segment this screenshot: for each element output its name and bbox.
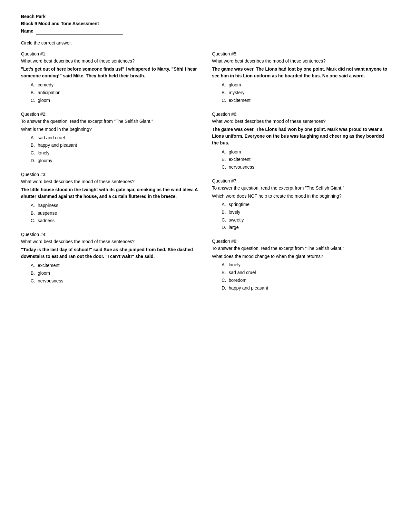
option-text: lonely bbox=[38, 150, 50, 155]
name-underline[interactable] bbox=[36, 34, 123, 34]
option-item[interactable]: B.sad and cruel bbox=[222, 269, 390, 277]
option-item[interactable]: B.gloom bbox=[31, 270, 199, 277]
option-label: C. bbox=[31, 277, 38, 285]
option-item[interactable]: B.mystery bbox=[222, 89, 390, 97]
question-block-q4: Question #4:What word best describes the… bbox=[21, 232, 199, 285]
option-label: B. bbox=[31, 142, 38, 149]
option-text: excitement bbox=[229, 98, 251, 103]
option-item[interactable]: D.large bbox=[222, 224, 390, 232]
right-column: Question #5:What word best describes the… bbox=[212, 51, 390, 299]
option-item[interactable]: A.springtime bbox=[222, 201, 390, 209]
question-title-q7: Question #7: bbox=[212, 178, 390, 183]
options-list-q3: A.happinessB.suspenseC.sadness bbox=[31, 202, 199, 225]
question-title-q1: Question #1: bbox=[21, 51, 199, 56]
option-item[interactable]: A.lonely bbox=[222, 261, 390, 269]
question-block-q7: Question #7:To answer the question, read… bbox=[212, 178, 390, 232]
option-text: gloom bbox=[38, 271, 50, 276]
question-subprompt-q7: Which word does NOT help to create the m… bbox=[212, 193, 390, 200]
option-label: B. bbox=[222, 269, 229, 277]
option-item[interactable]: D.gloomy bbox=[31, 157, 199, 165]
option-text: boredom bbox=[229, 278, 247, 283]
option-label: C. bbox=[222, 163, 229, 171]
question-title-q5: Question #5: bbox=[212, 51, 390, 56]
option-item[interactable]: A.happiness bbox=[31, 202, 199, 210]
option-item[interactable]: C.boredom bbox=[222, 277, 390, 284]
option-item[interactable]: B.suspense bbox=[31, 210, 199, 217]
option-text: lonely bbox=[229, 262, 241, 267]
option-label: A. bbox=[222, 148, 229, 156]
option-item[interactable]: C.lonely bbox=[31, 149, 199, 157]
question-title-q4: Question #4: bbox=[21, 232, 199, 237]
options-list-q8: A.lonelyB.sad and cruelC.boredomD.happy … bbox=[222, 261, 390, 292]
option-item[interactable]: B.excitement bbox=[222, 156, 390, 163]
question-prompt-q4: What word best describes the mood of the… bbox=[21, 238, 199, 245]
option-text: lovely bbox=[229, 210, 240, 215]
option-label: C. bbox=[222, 97, 229, 104]
options-list-q1: A.comedyB.anticipationC.gloom bbox=[31, 81, 199, 104]
option-label: C. bbox=[222, 216, 229, 224]
option-text: happy and pleasant bbox=[38, 143, 77, 148]
option-item[interactable]: C.nervousness bbox=[31, 277, 199, 285]
question-passage-q5: The game was over. The Lions had lost by… bbox=[212, 66, 390, 79]
question-block-q1: Question #1:What word best describes the… bbox=[21, 51, 199, 104]
option-item[interactable]: C.excitement bbox=[222, 97, 390, 104]
question-passage-q6: The game was over. The Lions had won by … bbox=[212, 126, 390, 146]
options-list-q7: A.springtimeB.lovelyC.sweetlyD.large bbox=[222, 201, 390, 232]
option-label: A. bbox=[31, 81, 38, 89]
option-item[interactable]: C.sadness bbox=[31, 217, 199, 225]
option-item[interactable]: B.happy and pleasant bbox=[31, 142, 199, 149]
option-item[interactable]: B.lovely bbox=[222, 209, 390, 216]
option-item[interactable]: A.gloom bbox=[222, 148, 390, 156]
instruction-text: Circle the correct answer. bbox=[21, 40, 390, 45]
option-text: nervousness bbox=[229, 164, 254, 170]
question-passage-q1: "Let's get out of here before someone fi… bbox=[21, 66, 199, 79]
option-label: C. bbox=[222, 277, 229, 284]
option-text: gloom bbox=[229, 82, 241, 87]
option-item[interactable]: A.sad and cruel bbox=[31, 134, 199, 142]
option-label: B. bbox=[31, 210, 38, 217]
question-block-q6: Question #6:What word best describes the… bbox=[212, 112, 390, 171]
option-text: suspense bbox=[38, 211, 57, 216]
question-title-q2: Question #2: bbox=[21, 112, 199, 117]
option-item[interactable]: D.happy and pleasant bbox=[222, 284, 390, 292]
question-subprompt-q8: What does the mood change to when the gi… bbox=[212, 253, 390, 260]
question-prompt-q8: To answer the question, read the excerpt… bbox=[212, 245, 390, 252]
name-field-label: Name bbox=[21, 27, 390, 34]
option-text: large bbox=[229, 225, 239, 230]
option-label: C. bbox=[31, 149, 38, 157]
question-block-q3: Question #3:What word best describes the… bbox=[21, 172, 199, 225]
option-text: sadness bbox=[38, 218, 54, 223]
option-item[interactable]: A.gloom bbox=[222, 81, 390, 89]
options-list-q6: A.gloomB.excitementC.nervousness bbox=[222, 148, 390, 171]
option-label: C. bbox=[31, 217, 38, 225]
option-label: A. bbox=[31, 262, 38, 270]
option-text: gloom bbox=[38, 98, 50, 103]
left-column: Question #1:What word best describes the… bbox=[21, 51, 199, 299]
option-item[interactable]: C.nervousness bbox=[222, 163, 390, 171]
option-item[interactable]: A.excitement bbox=[31, 262, 199, 270]
option-text: happy and pleasant bbox=[229, 285, 268, 291]
question-title-q8: Question #8: bbox=[212, 239, 390, 244]
option-item[interactable]: B.anticipation bbox=[31, 89, 199, 97]
question-passage-q3: The little house stood in the twilight w… bbox=[21, 186, 199, 200]
option-label: B. bbox=[222, 156, 229, 163]
option-label: A. bbox=[31, 202, 38, 210]
question-prompt-q1: What word best describes the mood of the… bbox=[21, 58, 199, 64]
option-item[interactable]: C.gloom bbox=[31, 97, 199, 104]
question-passage-q4: "Today is the last day of school!" said … bbox=[21, 246, 199, 260]
option-label: A. bbox=[222, 201, 229, 209]
question-prompt-q7: To answer the question, read the excerpt… bbox=[212, 185, 390, 192]
option-label: A. bbox=[222, 81, 229, 89]
option-text: comedy bbox=[38, 82, 54, 87]
option-label: B. bbox=[31, 89, 38, 97]
options-list-q5: A.gloomB.mysteryC.excitement bbox=[222, 81, 390, 104]
option-item[interactable]: A.comedy bbox=[31, 81, 199, 89]
question-prompt-q5: What word best describes the mood of the… bbox=[212, 58, 390, 64]
option-text: nervousness bbox=[38, 278, 63, 283]
option-item[interactable]: C.sweetly bbox=[222, 216, 390, 224]
option-label: B. bbox=[222, 209, 229, 216]
option-text: gloomy bbox=[38, 158, 52, 163]
option-text: happiness bbox=[38, 203, 58, 208]
question-title-q6: Question #6: bbox=[212, 112, 390, 117]
option-label: C. bbox=[31, 97, 38, 104]
